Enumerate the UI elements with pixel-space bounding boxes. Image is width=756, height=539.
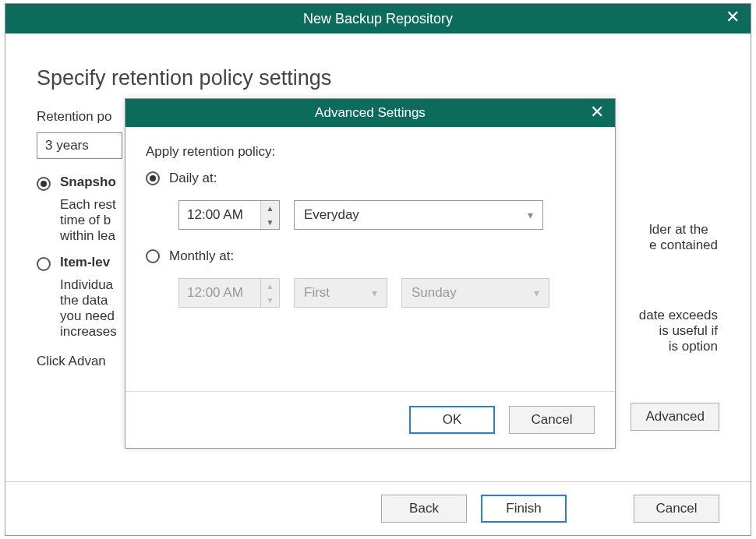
daily-row[interactable]: Daily at:	[146, 171, 595, 186]
spin-down-icon[interactable]: ▼	[261, 215, 279, 229]
monthly-ordinal-select: First ▾	[294, 278, 387, 308]
wizard-footer: Back Finish Cancel	[5, 481, 751, 535]
radio-daily[interactable]	[146, 171, 160, 185]
daily-day-select[interactable]: Everyday ▾	[294, 200, 543, 230]
daily-time-field[interactable]: 12:00 AM ▲ ▼	[178, 200, 280, 230]
monthly-day-value: Sunday	[412, 285, 457, 301]
apply-retention-label: Apply retention policy:	[146, 144, 595, 160]
option-item-title: Item-lev	[60, 255, 110, 270]
finish-button[interactable]: Finish	[481, 495, 567, 523]
page-heading: Specify retention policy settings	[37, 66, 719, 90]
back-button[interactable]: Back	[381, 495, 467, 523]
right-text-block-1: lder at the e contained	[649, 222, 718, 253]
main-titlebar: New Backup Repository ✕	[5, 4, 751, 33]
radio-snapshot[interactable]	[37, 177, 51, 191]
cancel-button[interactable]: Cancel	[634, 495, 719, 523]
radio-monthly[interactable]	[146, 249, 160, 263]
chevron-down-icon: ▾	[528, 209, 533, 221]
modal-footer: OK Cancel	[125, 391, 615, 448]
monthly-time-value: 12:00 AM	[179, 279, 260, 307]
monthly-day-select: Sunday ▾	[401, 278, 549, 308]
monthly-label: Monthly at:	[169, 248, 234, 264]
ok-button[interactable]: OK	[409, 406, 495, 434]
spin-up-icon[interactable]: ▲	[261, 201, 279, 215]
modal-titlebar: Advanced Settings ✕	[125, 99, 615, 127]
modal-close-icon[interactable]: ✕	[590, 104, 604, 121]
chevron-down-icon: ▾	[534, 287, 539, 299]
spin-up-icon: ▲	[261, 279, 279, 293]
option-snapshot-title: Snapsho	[60, 174, 116, 190]
spin-down-icon: ▼	[261, 293, 279, 307]
retention-value: 3 years	[45, 138, 89, 153]
daily-controls: 12:00 AM ▲ ▼ Everyday ▾	[178, 200, 595, 230]
modal-cancel-button[interactable]: Cancel	[509, 406, 595, 434]
modal-body: Apply retention policy: Daily at: 12:00 …	[125, 127, 615, 308]
retention-value-field[interactable]: 3 years	[37, 132, 122, 159]
monthly-row[interactable]: Monthly at:	[146, 248, 595, 264]
advanced-settings-dialog: Advanced Settings ✕ Apply retention poli…	[125, 98, 616, 449]
main-title: New Backup Repository	[303, 11, 453, 26]
monthly-time-field: 12:00 AM ▲ ▼	[178, 278, 280, 308]
daily-label: Daily at:	[169, 171, 217, 186]
right-text-block-2: date exceeds is useful if is option	[639, 308, 718, 354]
chevron-down-icon: ▾	[372, 287, 377, 299]
monthly-controls: 12:00 AM ▲ ▼ First ▾ Sunday ▾	[178, 278, 595, 308]
advanced-button-wrap: Advanced	[631, 403, 719, 431]
radio-item[interactable]	[37, 257, 51, 271]
daily-time-value: 12:00 AM	[179, 201, 260, 229]
advanced-button[interactable]: Advanced	[631, 403, 719, 431]
close-icon[interactable]: ✕	[726, 9, 740, 26]
monthly-time-spinners: ▲ ▼	[260, 279, 279, 307]
monthly-ordinal-value: First	[304, 285, 330, 301]
modal-title: Advanced Settings	[315, 105, 426, 120]
daily-time-spinners: ▲ ▼	[260, 201, 279, 229]
daily-day-value: Everyday	[304, 207, 359, 223]
